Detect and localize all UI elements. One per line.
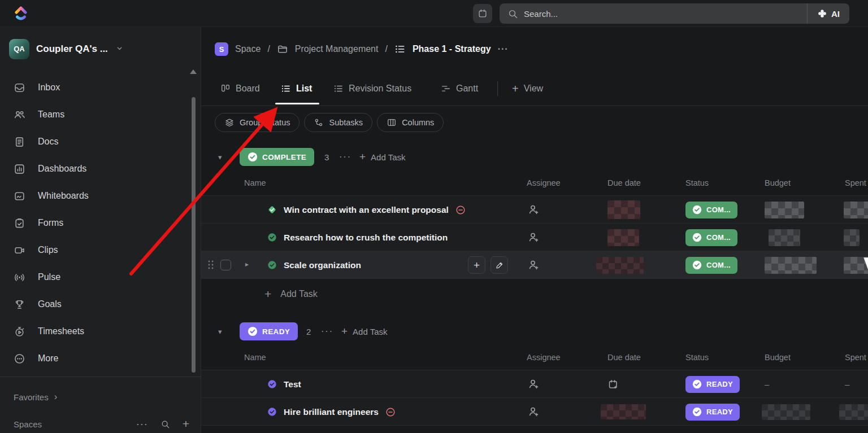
sidebar-scroll-up-arrow[interactable] bbox=[190, 69, 197, 74]
collapse-caret-icon[interactable]: ▾ bbox=[218, 153, 222, 161]
sidebar-item-dashboards[interactable]: Dashboards bbox=[0, 155, 201, 182]
folder-icon bbox=[277, 43, 288, 55]
breadcrumb-space[interactable]: Space bbox=[235, 44, 261, 54]
spent-empty[interactable]: – bbox=[845, 370, 849, 398]
column-header-budget[interactable]: Budget bbox=[765, 353, 791, 362]
collapse-caret-icon[interactable]: ▾ bbox=[218, 327, 222, 336]
column-header-budget[interactable]: Budget bbox=[765, 178, 791, 187]
rename-task-button[interactable] bbox=[491, 256, 508, 274]
table-row[interactable]: Research how to crush the competition CO… bbox=[201, 224, 868, 251]
workspace-switcher[interactable]: QA Coupler QA's ... bbox=[0, 27, 201, 71]
add-assignee-button[interactable] bbox=[528, 196, 540, 224]
column-header-name[interactable]: Name bbox=[244, 353, 266, 362]
group-add-task-button[interactable]: + Add Task bbox=[341, 325, 388, 338]
table-row[interactable]: Hire brilliant engineers READY bbox=[201, 398, 868, 426]
column-header-spent[interactable]: Spent bbox=[845, 178, 866, 187]
task-name[interactable]: Hire brilliant engineers bbox=[284, 407, 379, 417]
group-status-badge[interactable]: COMPLETE bbox=[240, 148, 314, 166]
sidebar-section-favorites[interactable]: Favorites › bbox=[0, 377, 201, 417]
space-badge[interactable]: S bbox=[215, 42, 228, 56]
dashboards-icon bbox=[14, 163, 25, 175]
column-header-due-date[interactable]: Due date bbox=[607, 353, 641, 362]
column-header-assignee[interactable]: Assignee bbox=[527, 178, 561, 187]
task-name[interactable]: Win contract with an excellent proposal bbox=[284, 205, 449, 215]
column-header-status[interactable]: Status bbox=[685, 353, 709, 362]
sidebar-item-teams[interactable]: Teams bbox=[0, 101, 201, 128]
list-toolbar: Group: Status Subtasks Columns bbox=[215, 113, 444, 132]
status-badge[interactable]: COM... bbox=[685, 257, 737, 274]
sidebar-section-spaces[interactable]: Spaces ··· + bbox=[0, 417, 201, 431]
group-more-button[interactable]: ··· bbox=[321, 326, 333, 336]
check-circle-icon bbox=[692, 233, 702, 242]
breadcrumb-project[interactable]: Project Management bbox=[295, 44, 379, 54]
breadcrumb-more-button[interactable]: ··· bbox=[498, 44, 509, 54]
group-by-button[interactable]: Group: Status bbox=[215, 113, 300, 132]
columns-button[interactable]: Columns bbox=[377, 113, 444, 132]
top-bar: Search... AI bbox=[0, 0, 868, 27]
add-assignee-button[interactable] bbox=[528, 251, 540, 279]
sidebar-item-whiteboards[interactable]: Whiteboards bbox=[0, 182, 201, 209]
redacted-budget bbox=[765, 251, 817, 279]
spaces-add-button[interactable]: + bbox=[183, 417, 189, 431]
redacted-budget bbox=[762, 398, 810, 426]
subtasks-icon bbox=[314, 117, 324, 128]
add-task-button[interactable]: + Add Task bbox=[264, 287, 318, 301]
quick-add-subtask-button[interactable]: + bbox=[468, 256, 485, 274]
group-status-badge[interactable]: READY bbox=[240, 322, 298, 340]
expand-caret-icon[interactable]: ▸ bbox=[245, 260, 249, 268]
spaces-more-button[interactable]: ··· bbox=[136, 418, 148, 430]
table-row[interactable]: Win contract with an excellent proposal … bbox=[201, 196, 868, 224]
breadcrumb-list-name[interactable]: Phase 1 - Strategy bbox=[413, 44, 491, 54]
table-row[interactable]: ▸ Scale organization + COM... bbox=[201, 251, 868, 279]
column-header-due-date[interactable]: Due date bbox=[607, 178, 641, 187]
active-tab-underline bbox=[275, 103, 319, 104]
sidebar-item-inbox[interactable]: Inbox bbox=[0, 74, 201, 101]
redacted-spent bbox=[839, 398, 868, 426]
add-assignee-button[interactable] bbox=[528, 224, 540, 251]
status-badge[interactable]: READY bbox=[685, 376, 740, 393]
budget-empty[interactable]: – bbox=[765, 370, 769, 398]
tab-revision-status[interactable]: Revision Status bbox=[333, 71, 411, 106]
status-badge[interactable]: COM... bbox=[685, 202, 737, 218]
status-badge[interactable]: COM... bbox=[685, 229, 737, 246]
task-name[interactable]: Research how to crush the competition bbox=[284, 233, 448, 243]
tab-board[interactable]: Board bbox=[220, 71, 260, 106]
ai-label: AI bbox=[831, 9, 840, 19]
search-input[interactable]: Search... bbox=[500, 3, 807, 24]
sidebar-item-clips[interactable]: Clips bbox=[0, 237, 201, 264]
sidebar-item-forms[interactable]: Forms bbox=[0, 209, 201, 237]
status-badge[interactable]: READY bbox=[685, 404, 740, 421]
sidebar-item-more[interactable]: More bbox=[0, 345, 201, 372]
drag-handle-icon[interactable] bbox=[207, 259, 215, 270]
add-view-button[interactable]: + View bbox=[512, 71, 543, 106]
group-add-task-button[interactable]: + Add Task bbox=[359, 151, 406, 163]
sidebar-item-goals[interactable]: Goals bbox=[0, 291, 201, 318]
search-placeholder: Search... bbox=[524, 9, 558, 19]
tab-gantt[interactable]: Gantt bbox=[441, 71, 478, 106]
table-row[interactable]: Test READY – – bbox=[201, 370, 868, 398]
column-header-spent[interactable]: Spent bbox=[845, 353, 866, 362]
task-checkbox[interactable] bbox=[220, 260, 231, 270]
sidebar-item-timesheets[interactable]: Timesheets bbox=[0, 318, 201, 345]
task-name[interactable]: Test bbox=[284, 379, 301, 390]
column-header-status[interactable]: Status bbox=[685, 178, 709, 187]
group-more-button[interactable]: ··· bbox=[339, 152, 351, 162]
redacted-spent bbox=[844, 196, 868, 224]
redacted-due-date bbox=[596, 251, 644, 279]
column-header-name[interactable]: Name bbox=[244, 178, 266, 187]
clickup-logo-icon[interactable] bbox=[15, 4, 27, 23]
sidebar-scrollbar[interactable] bbox=[192, 97, 196, 373]
sidebar-item-pulse[interactable]: Pulse bbox=[0, 264, 201, 291]
inbox-icon bbox=[14, 82, 25, 94]
calendar-button[interactable] bbox=[473, 4, 492, 23]
sidebar-item-docs[interactable]: Docs bbox=[0, 128, 201, 155]
add-assignee-button[interactable] bbox=[528, 398, 540, 426]
ai-button[interactable]: AI bbox=[808, 3, 849, 24]
task-name[interactable]: Scale organization bbox=[284, 260, 361, 270]
add-assignee-button[interactable] bbox=[528, 370, 540, 398]
add-due-date-button[interactable] bbox=[607, 370, 619, 398]
subtasks-button[interactable]: Subtasks bbox=[304, 113, 372, 132]
spaces-search-icon[interactable] bbox=[160, 419, 170, 429]
column-header-assignee[interactable]: Assignee bbox=[527, 353, 561, 362]
tab-list[interactable]: List bbox=[281, 71, 312, 106]
